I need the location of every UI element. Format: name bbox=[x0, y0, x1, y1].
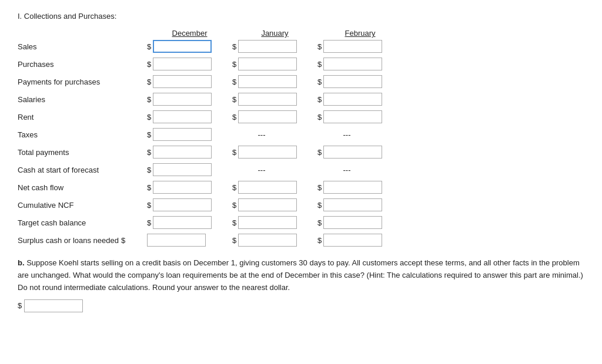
input-surplus-jan[interactable] bbox=[238, 234, 297, 247]
input-surplus-feb[interactable] bbox=[323, 234, 382, 247]
cell-purchases-feb: $ bbox=[317, 58, 403, 70]
part-b-section: b. Suppose Koehl starts selling on a cre… bbox=[18, 257, 584, 312]
label-salaries: Salaries bbox=[18, 95, 147, 104]
cell-ncf-jan: $ bbox=[232, 181, 317, 194]
sign-ncf-jan: $ bbox=[232, 183, 236, 192]
input-targetcash-jan[interactable] bbox=[238, 216, 297, 229]
main-table: December January February Sales $ $ $ Pu… bbox=[18, 29, 584, 247]
sign-ncf-dec: $ bbox=[147, 183, 151, 192]
input-ncf-dec[interactable] bbox=[153, 181, 212, 194]
input-sales-feb[interactable] bbox=[323, 40, 382, 53]
cell-surplus-feb: $ bbox=[317, 234, 403, 247]
sign-sales-jan: $ bbox=[232, 42, 236, 51]
input-sales-dec[interactable] bbox=[153, 40, 212, 53]
input-salaries-feb[interactable] bbox=[323, 93, 382, 106]
cell-rent-feb: $ bbox=[317, 110, 403, 123]
cell-targetcash-dec: $ bbox=[147, 216, 232, 229]
row-cumulative-ncf: Cumulative NCF $ $ $ bbox=[18, 198, 584, 211]
input-ncf-jan[interactable] bbox=[238, 181, 297, 194]
cell-taxes-feb: --- bbox=[317, 130, 403, 139]
sign-totalpay-dec: $ bbox=[147, 148, 151, 157]
sign-rent-feb: $ bbox=[317, 113, 322, 122]
part-b-description: Suppose Koehl starts selling on a credit… bbox=[18, 258, 583, 292]
input-purchases-feb[interactable] bbox=[323, 58, 382, 70]
sign-purchases-feb: $ bbox=[317, 60, 322, 69]
input-part-b-answer[interactable] bbox=[24, 299, 83, 312]
cell-cashstart-feb: --- bbox=[317, 166, 403, 174]
sign-sales-dec: $ bbox=[147, 42, 151, 51]
cell-salaries-feb: $ bbox=[317, 93, 403, 106]
input-paypur-jan[interactable] bbox=[238, 75, 297, 88]
label-taxes: Taxes bbox=[18, 130, 147, 139]
sign-totalpay-jan: $ bbox=[232, 148, 236, 157]
sign-rent-jan: $ bbox=[232, 113, 236, 122]
row-purchases: Purchases $ $ $ bbox=[18, 58, 584, 70]
cell-purchases-jan: $ bbox=[232, 58, 317, 70]
input-targetcash-dec[interactable] bbox=[153, 216, 212, 229]
cell-paypur-feb: $ bbox=[317, 75, 403, 88]
sign-targetcash-feb: $ bbox=[317, 218, 322, 227]
input-paypur-dec[interactable] bbox=[153, 75, 212, 88]
sign-salaries-dec: $ bbox=[147, 95, 151, 104]
row-total-payments: Total payments $ $ $ bbox=[18, 146, 584, 159]
cell-sales-dec: $ bbox=[147, 40, 232, 53]
sign-paypur-feb: $ bbox=[317, 77, 322, 86]
sign-purchases-jan: $ bbox=[232, 60, 236, 69]
input-totalpay-feb[interactable] bbox=[323, 146, 382, 159]
sign-cumncf-dec: $ bbox=[147, 201, 151, 210]
input-cashstart-dec[interactable] bbox=[153, 163, 212, 176]
cell-rent-dec: $ bbox=[147, 110, 232, 123]
input-cumncf-jan[interactable] bbox=[238, 198, 297, 211]
sign-purchases-dec: $ bbox=[147, 60, 151, 69]
input-rent-jan[interactable] bbox=[238, 110, 297, 123]
input-cumncf-dec[interactable] bbox=[153, 198, 212, 211]
label-rent: Rent bbox=[18, 113, 147, 122]
input-ncf-feb[interactable] bbox=[323, 181, 382, 194]
cell-taxes-dec: $ bbox=[147, 128, 232, 141]
cell-surplus-dec bbox=[147, 234, 232, 247]
col-header-january: January bbox=[232, 29, 317, 38]
col-header-february: February bbox=[317, 29, 403, 38]
row-cash-start: Cash at start of forecast $ --- --- bbox=[18, 163, 584, 176]
sign-cashstart-dec: $ bbox=[147, 166, 151, 174]
sign-paypur-dec: $ bbox=[147, 77, 151, 86]
cell-sales-jan: $ bbox=[232, 40, 317, 53]
input-taxes-dec[interactable] bbox=[153, 128, 212, 141]
cell-surplus-jan: $ bbox=[232, 234, 317, 247]
sign-rent-dec: $ bbox=[147, 113, 151, 122]
input-totalpay-jan[interactable] bbox=[238, 146, 297, 159]
input-cumncf-feb[interactable] bbox=[323, 198, 382, 211]
input-rent-dec[interactable] bbox=[153, 110, 212, 123]
cell-ncf-dec: $ bbox=[147, 181, 232, 194]
part-b-answer-row: $ bbox=[18, 299, 584, 312]
sign-salaries-jan: $ bbox=[232, 95, 236, 104]
label-payments-purchases: Payments for purchases bbox=[18, 77, 147, 86]
input-salaries-dec[interactable] bbox=[153, 93, 212, 106]
input-surplus-dec[interactable] bbox=[147, 234, 206, 247]
cell-paypur-jan: $ bbox=[232, 75, 317, 88]
col-header-december: December bbox=[147, 29, 232, 38]
input-totalpay-dec[interactable] bbox=[153, 146, 212, 159]
cell-cumncf-dec: $ bbox=[147, 198, 232, 211]
sign-surplus-feb: $ bbox=[317, 236, 322, 245]
sign-targetcash-jan: $ bbox=[232, 218, 236, 227]
dash-taxes-jan: --- bbox=[232, 130, 291, 139]
part-b-prefix: b. bbox=[18, 258, 25, 267]
input-paypur-feb[interactable] bbox=[323, 75, 382, 88]
input-targetcash-feb[interactable] bbox=[323, 216, 382, 229]
label-total-payments: Total payments bbox=[18, 148, 147, 157]
cell-salaries-jan: $ bbox=[232, 93, 317, 106]
input-sales-jan[interactable] bbox=[238, 40, 297, 53]
dash-cashstart-feb: --- bbox=[317, 166, 376, 174]
cell-purchases-dec: $ bbox=[147, 58, 232, 70]
label-surplus-text: Surplus cash or loans needed bbox=[18, 236, 119, 245]
sign-taxes-dec: $ bbox=[147, 130, 151, 139]
row-surplus: Surplus cash or loans needed $ $ $ bbox=[18, 234, 584, 247]
label-cumulative-ncf: Cumulative NCF bbox=[18, 201, 147, 210]
input-purchases-dec[interactable] bbox=[153, 58, 212, 70]
input-salaries-jan[interactable] bbox=[238, 93, 297, 106]
input-purchases-jan[interactable] bbox=[238, 58, 297, 70]
input-rent-feb[interactable] bbox=[323, 110, 382, 123]
cell-targetcash-jan: $ bbox=[232, 216, 317, 229]
label-target-cash: Target cash balance bbox=[18, 218, 147, 227]
